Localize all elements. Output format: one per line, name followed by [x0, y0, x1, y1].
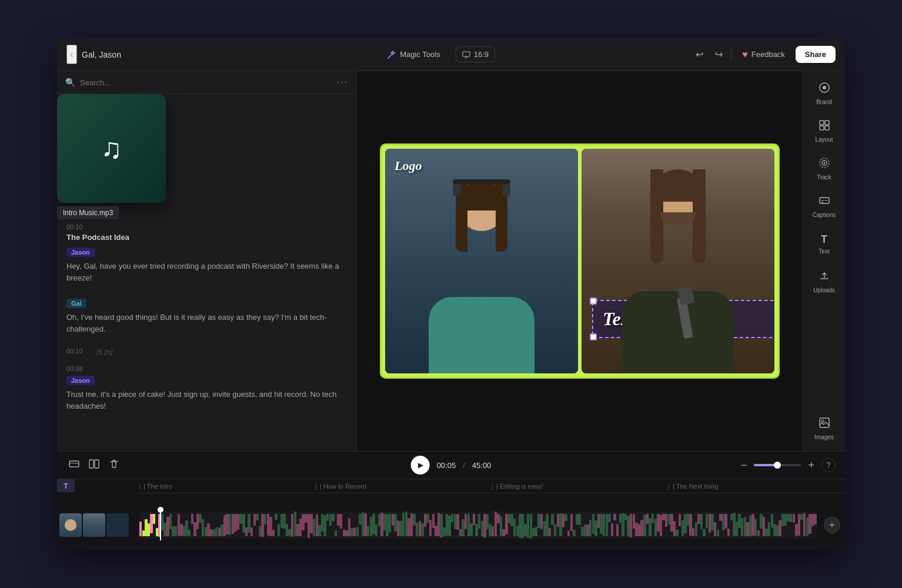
waveform-display[interactable] — [139, 512, 817, 539]
sidebar-item-captions[interactable]: Captions — [807, 189, 842, 224]
thumbnail-1 — [59, 513, 82, 537]
sidebar-item-track[interactable]: Track — [807, 151, 842, 186]
captions-icon — [819, 195, 830, 209]
video-cell-right: Text overla... — [582, 149, 774, 373]
split-button[interactable] — [86, 456, 102, 474]
track-icon — [819, 157, 830, 172]
chapter-labels-row: | The intro | How to Record | Editing is… — [139, 479, 845, 493]
svg-rect-15 — [95, 460, 99, 468]
sidebar-item-brand[interactable]: Brand — [807, 76, 842, 111]
chapter-label-0: | The intro — [139, 483, 316, 490]
text-track-row: T — [57, 493, 845, 510]
help-button[interactable]: ? — [821, 458, 836, 472]
captions-label: Captions — [813, 212, 836, 218]
svg-point-12 — [821, 420, 824, 422]
text-label: Text — [819, 248, 829, 255]
heart-icon: ♥ — [742, 49, 748, 60]
speaker-badge-jason-1: Jason — [66, 248, 95, 257]
brand-icon — [819, 82, 830, 96]
video-cell-left: Logo — [385, 149, 578, 373]
thumbnail-strip — [57, 512, 139, 539]
back-button[interactable]: ‹ — [66, 45, 77, 64]
svg-rect-14 — [89, 460, 93, 468]
svg-rect-3 — [820, 121, 824, 125]
thumbnail-2 — [83, 513, 105, 537]
segment-1-title: The Podcast Idea — [66, 233, 347, 242]
segment-1-text: Hey, Gal, have you ever tried recording … — [66, 260, 347, 283]
text-icon: T — [821, 233, 827, 246]
clip-button[interactable] — [66, 456, 82, 474]
undo-button[interactable]: ↩ — [692, 46, 707, 62]
speaker-badge-jason-3: Jason — [66, 376, 95, 385]
zoom-controls: − + ? — [739, 457, 836, 474]
zoom-slider-thumb — [774, 462, 781, 469]
gap-row: 00:10 [5.2s] — [57, 344, 356, 360]
layout-label: Layout — [815, 136, 833, 143]
transcript-segment-3: 00:38 Jason Trust me, it's a piece of ca… — [57, 360, 356, 416]
uploads-label: Uploads — [813, 287, 835, 293]
share-button[interactable]: Share — [796, 46, 836, 63]
segment-3-time: 00:38 — [66, 365, 347, 372]
zoom-in-button[interactable]: + — [806, 457, 817, 474]
timeline-controls-left — [66, 456, 122, 474]
images-label: Images — [814, 434, 834, 440]
timeline-area: | The intro | How to Record | Editing is… — [57, 479, 845, 550]
bottom-controls: ▶ 00:05 / 45:00 − + ? | The — [57, 451, 845, 550]
play-icon: ▶ — [418, 461, 423, 469]
magic-tools-label: Magic Tools — [400, 50, 440, 59]
chapter-label-1: | How to Record — [316, 483, 492, 490]
video-split: Logo — [382, 145, 778, 377]
sidebar-item-layout[interactable]: Layout — [807, 113, 842, 149]
gap-marker: [5.2s] — [88, 346, 122, 358]
uploads-icon — [819, 270, 830, 285]
aspect-ratio-button[interactable]: 16:9 — [456, 46, 495, 62]
svg-rect-4 — [825, 121, 829, 125]
segment-1-time: 00:10 — [66, 223, 347, 230]
speaker-badge-gal: Gal — [66, 299, 86, 308]
more-options-button[interactable]: ··· — [337, 77, 348, 88]
svg-rect-6 — [825, 126, 829, 130]
search-input[interactable] — [80, 78, 332, 87]
svg-point-8 — [823, 162, 825, 164]
waveform-row[interactable]: + — [57, 510, 845, 540]
svg-rect-0 — [463, 52, 470, 56]
svg-point-2 — [823, 86, 826, 89]
app-window: ‹ Gal, Jason Magic Tools 16:9 ↩ ↪ — [57, 38, 845, 550]
video-area: Logo — [357, 71, 803, 451]
main-content: 🔍 ··· ♫ Intro Music.mp3 00:10 The Podcas… — [57, 71, 845, 451]
text-track-t-icon: T — [64, 482, 68, 490]
images-icon — [819, 417, 830, 432]
logo-overlay: Logo — [395, 158, 422, 173]
chapter-label-2: | Editing is easy! — [492, 483, 669, 490]
zoom-out-button[interactable]: − — [739, 457, 750, 474]
resize-handle-bl[interactable] — [590, 333, 597, 340]
monitor-icon — [462, 51, 470, 59]
sidebar-item-uploads[interactable]: Uploads — [807, 264, 842, 299]
feedback-label: Feedback — [751, 50, 785, 59]
playhead-handle[interactable] — [158, 507, 163, 513]
search-bar: 🔍 ··· — [57, 71, 356, 94]
header-right: ↩ ↪ ♥ Feedback Share — [692, 46, 836, 64]
layout-icon — [819, 119, 830, 134]
transcript-segment-2: Gal Oh, I've heard good things! But is i… — [57, 293, 356, 339]
redo-button[interactable]: ↪ — [711, 46, 726, 62]
svg-rect-11 — [820, 418, 829, 427]
header: ‹ Gal, Jason Magic Tools 16:9 ↩ ↪ — [57, 38, 845, 71]
aspect-ratio-label: 16:9 — [474, 50, 489, 59]
sidebar-item-images[interactable]: Images — [807, 411, 842, 446]
feedback-button[interactable]: ♥ Feedback — [736, 46, 791, 64]
header-title: Gal, Jason — [82, 50, 121, 59]
gap-time: 00:10 — [66, 348, 83, 355]
search-icon: 🔍 — [65, 78, 75, 87]
play-button[interactable]: ▶ — [411, 456, 430, 475]
sidebar-item-text[interactable]: T Text — [807, 226, 842, 262]
magic-tools-button[interactable]: Magic Tools — [381, 46, 446, 63]
segment-3-text: Trust me, it's a piece of cake! Just sig… — [66, 389, 347, 412]
svg-rect-13 — [69, 461, 79, 467]
transcript-scroll[interactable]: ♫ Intro Music.mp3 00:10 The Podcast Idea… — [57, 94, 356, 451]
delete-clip-button[interactable] — [106, 456, 122, 474]
music-card: ♫ Intro Music.mp3 — [57, 94, 166, 203]
resize-handle-tl[interactable] — [590, 298, 597, 305]
add-track-button[interactable]: + — [824, 517, 840, 533]
zoom-slider[interactable] — [754, 464, 801, 466]
